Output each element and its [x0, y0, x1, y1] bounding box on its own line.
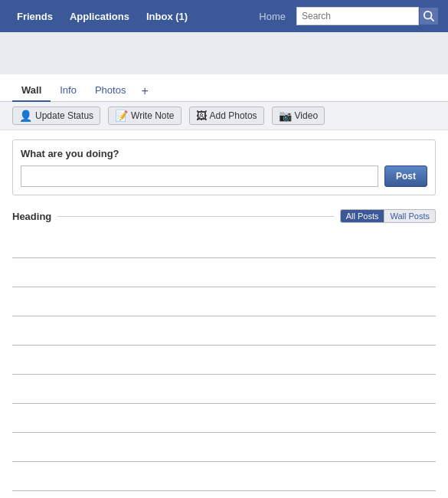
applications-link[interactable]: Applications [62, 8, 137, 25]
feed-filters: All Posts Wall Posts [340, 209, 436, 223]
search-area [296, 7, 439, 25]
write-note-label: Write Note [131, 110, 174, 121]
add-tab[interactable]: + [135, 81, 154, 101]
profile-area [0, 32, 448, 74]
feed-heading: Heading [12, 211, 51, 222]
status-input[interactable] [21, 165, 378, 187]
list-item [12, 462, 436, 491]
wall-posts-filter[interactable]: Wall Posts [384, 209, 436, 223]
feed-area: Heading All Posts Wall Posts [0, 205, 448, 498]
list-item [12, 433, 436, 462]
wall-tab[interactable]: Wall [12, 80, 51, 102]
status-box: What are you doing? Post [12, 139, 436, 195]
navbar: Friends Applications Inbox (1) Home [0, 0, 448, 32]
nav-links: Friends Applications Inbox (1) [9, 8, 248, 25]
list-item [12, 404, 436, 433]
user-icon: 👤 [19, 110, 32, 122]
write-note-btn[interactable]: 📝 Write Note [108, 106, 181, 125]
photos-tab[interactable]: Photos [86, 80, 135, 102]
info-tab[interactable]: Info [51, 80, 86, 102]
video-btn[interactable]: 📷 Video [272, 106, 325, 125]
add-photos-label: Add Photos [210, 110, 257, 121]
post-button[interactable]: Post [384, 165, 427, 187]
status-input-row: Post [21, 165, 427, 187]
list-item [12, 491, 436, 498]
friends-link[interactable]: Friends [9, 8, 60, 25]
list-item [12, 316, 436, 346]
list-item [12, 375, 436, 404]
search-icon [423, 11, 434, 21]
home-link[interactable]: Home [248, 8, 296, 25]
search-button[interactable] [419, 7, 439, 25]
list-item [12, 258, 436, 287]
list-item [12, 287, 436, 316]
photo-icon: 🖼 [196, 110, 207, 122]
feed-header: Heading All Posts Wall Posts [12, 209, 436, 223]
add-photos-btn[interactable]: 🖼 Add Photos [189, 106, 264, 125]
update-status-btn[interactable]: 👤 Update Status [12, 106, 100, 125]
search-input[interactable] [296, 7, 419, 25]
update-status-label: Update Status [35, 110, 93, 121]
all-posts-filter[interactable]: All Posts [340, 209, 385, 223]
status-question: What are you doing? [21, 148, 427, 159]
list-item [12, 229, 436, 258]
actions-row: 👤 Update Status 📝 Write Note 🖼 Add Photo… [0, 102, 448, 130]
tabs-row: Wall Info Photos + [0, 74, 448, 102]
video-icon: 📷 [279, 110, 292, 122]
content-lines [12, 229, 436, 498]
list-item [12, 346, 436, 375]
feed-divider [57, 216, 333, 217]
inbox-link[interactable]: Inbox (1) [139, 8, 195, 25]
note-icon: 📝 [115, 110, 128, 122]
video-label: Video [295, 110, 318, 121]
